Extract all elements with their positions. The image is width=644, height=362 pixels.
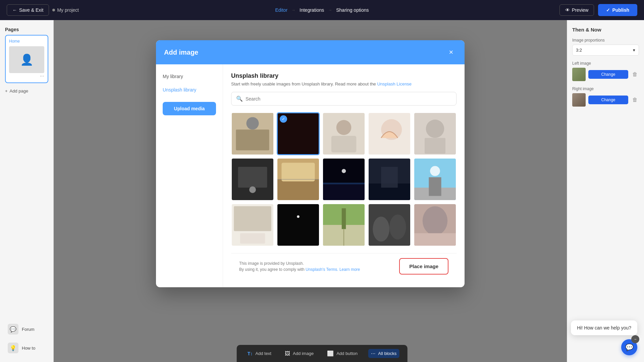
image-prop-label: Image proportions — [572, 38, 639, 43]
nav-steps: Editor → Integrations → Sharing options — [275, 7, 369, 13]
home-page-label: Home — [9, 39, 44, 44]
chat-message: Hi! How can we help you? — [577, 325, 631, 330]
image-icon: 🖼 — [285, 351, 290, 357]
modal-main-content: Unsplash library Start with freely usabl… — [223, 64, 465, 287]
step-integrations[interactable]: Integrations — [300, 7, 324, 13]
image-cell-9[interactable] — [368, 158, 411, 201]
modal-close-button[interactable]: × — [446, 47, 457, 58]
top-navigation: ← Save & Exit My project Editor → Integr… — [0, 0, 644, 20]
left-image-change-button[interactable]: Change — [588, 70, 628, 79]
right-image-section: Right image Change 🗑 — [572, 86, 639, 107]
home-page-thumb[interactable]: Home 👤 ··· — [5, 35, 48, 83]
pages-section: Pages Home 👤 ··· — [5, 27, 48, 83]
all-blocks-button[interactable]: ··· All blocks — [368, 349, 399, 358]
add-page-button[interactable]: + Add page — [5, 88, 48, 94]
forum-nav-item[interactable]: 💬 Forum — [5, 322, 48, 337]
add-image-button[interactable]: 🖼 Add image — [282, 349, 316, 358]
messenger-icon: 💬 — [625, 343, 634, 351]
unsplash-library-item[interactable]: Unsplash library — [163, 86, 216, 94]
image-cell-15[interactable] — [414, 203, 457, 246]
unsplash-license-link[interactable]: Unsplash License — [377, 81, 412, 86]
person-icon: 👤 — [20, 53, 34, 66]
image-cell-7[interactable] — [277, 158, 320, 201]
left-image-row: Change 🗑 — [572, 68, 639, 81]
svg-point-16 — [249, 186, 256, 193]
left-image-delete-button[interactable]: 🗑 — [631, 70, 639, 79]
step-sharing[interactable]: Sharing options — [336, 7, 369, 13]
add-text-button[interactable]: T↕ Add text — [245, 349, 274, 358]
publish-button[interactable]: ✓ Publish — [598, 4, 637, 16]
blocks-icon: ··· — [371, 351, 375, 357]
bottom-nav: 💬 Forum 💡 How to — [5, 322, 48, 355]
svg-rect-1 — [236, 130, 269, 150]
pages-title: Pages — [5, 27, 48, 32]
right-image-change-button[interactable]: Change — [588, 96, 628, 104]
chevron-down-icon: ▾ — [633, 48, 635, 53]
image-cell-10[interactable] — [414, 158, 457, 201]
chat-widget: Hi! How can we help you? — [571, 320, 637, 335]
upload-media-button[interactable]: Upload media — [163, 102, 216, 115]
back-arrow-icon: ← — [12, 7, 17, 13]
svg-rect-15 — [238, 167, 267, 188]
image-cell-1[interactable] — [231, 112, 274, 155]
save-exit-button[interactable]: ← Save & Exit — [7, 4, 49, 16]
howto-nav-item[interactable]: 💡 How to — [5, 341, 48, 355]
svg-rect-22 — [323, 183, 365, 200]
image-grid: ✓ — [231, 112, 457, 246]
right-image-delete-button[interactable]: 🗑 — [631, 96, 639, 104]
svg-rect-40 — [342, 208, 346, 229]
add-text-label: Add text — [255, 351, 271, 356]
image-cell-4[interactable] — [368, 112, 411, 155]
svg-point-30 — [430, 166, 440, 176]
svg-point-44 — [389, 215, 406, 239]
forum-icon: 💬 — [8, 324, 18, 335]
image-cell-8[interactable] — [322, 158, 365, 201]
modal-header: Add image × — [156, 40, 465, 64]
preview-button[interactable]: 👁 Preview — [559, 4, 594, 16]
image-cell-2[interactable]: ✓ — [277, 112, 320, 155]
add-button-label: Add button — [336, 351, 358, 356]
right-image-label: Right image — [572, 86, 639, 91]
modal-footer: This image is provided by Unsplash. By u… — [231, 253, 457, 279]
dot-icon — [52, 9, 55, 11]
unsplash-terms-link[interactable]: Unsplash's Terms. — [306, 267, 338, 272]
image-cell-3[interactable] — [322, 112, 365, 155]
publish-label: Publish — [612, 7, 629, 13]
all-blocks-label: All blocks — [378, 351, 396, 356]
chat-minimize-button[interactable]: − — [631, 335, 639, 343]
add-image-modal: Add image × My library Unsplash library … — [156, 40, 465, 287]
svg-rect-19 — [281, 163, 315, 181]
left-image-label: Left image — [572, 61, 639, 66]
place-image-button[interactable]: Place image — [399, 258, 448, 275]
image-cell-5[interactable] — [414, 112, 457, 155]
left-sidebar: Pages Home 👤 ··· + Add page 💬 Forum 💡 Ho… — [0, 20, 54, 362]
unsplash-description: Start with freely usable images from Uns… — [231, 81, 457, 86]
close-icon: × — [449, 48, 453, 57]
add-page-label: Add page — [10, 88, 29, 94]
modal-sidebar: My library Unsplash library Upload media — [156, 64, 223, 287]
image-cell-11[interactable] — [231, 203, 274, 246]
step-editor[interactable]: Editor — [275, 7, 287, 13]
image-cell-6[interactable] — [231, 158, 274, 201]
add-button-button[interactable]: ⬜ Add button — [324, 349, 360, 358]
my-library-item[interactable]: My library — [163, 72, 216, 80]
svg-rect-24 — [323, 183, 365, 184]
learn-more-link[interactable]: Learn more — [339, 267, 360, 272]
page-options-icon[interactable]: ··· — [9, 73, 44, 79]
image-cell-13[interactable] — [322, 203, 365, 246]
right-sidebar-title: Then & Now — [572, 27, 639, 33]
project-name: My project — [52, 7, 79, 13]
svg-rect-33 — [234, 206, 271, 231]
search-input[interactable] — [246, 96, 451, 102]
content-area: Add image × My library Unsplash library … — [54, 20, 567, 362]
image-prop-select[interactable]: 3:2 ▾ — [572, 45, 639, 56]
image-cell-14[interactable] — [368, 203, 411, 246]
check-icon: ✓ — [606, 7, 610, 13]
svg-rect-31 — [429, 177, 441, 196]
minus-icon: − — [634, 337, 636, 342]
arrow-icon-1: → — [291, 8, 296, 12]
svg-point-36 — [297, 215, 299, 218]
image-cell-12[interactable] — [277, 203, 320, 246]
unsplash-title: Unsplash library — [231, 72, 457, 79]
selected-check-icon: ✓ — [280, 115, 287, 123]
